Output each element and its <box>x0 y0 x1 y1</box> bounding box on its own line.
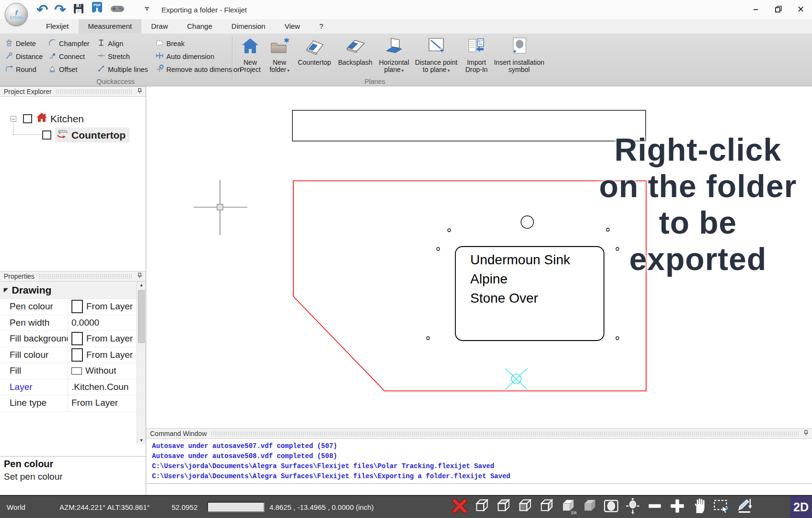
property-row-line-type[interactable]: Line type From Layer <box>0 395 137 412</box>
save-icon[interactable] <box>72 2 85 17</box>
distance-point-to-plane-button[interactable]: Distance point to plane▾ <box>412 36 460 74</box>
countertop-checkbox[interactable] <box>42 130 51 140</box>
horizontal-plane-icon <box>383 37 405 59</box>
properties-scrollbar[interactable]: ▲ ▼ <box>137 282 146 444</box>
tree-item-countertop[interactable]: Countertop <box>42 128 129 142</box>
kitchen-checkbox[interactable] <box>23 114 32 123</box>
toolbar-options-icon[interactable]: ▾ <box>144 7 151 12</box>
view-box-right-icon[interactable] <box>538 497 555 517</box>
view-box-back-icon[interactable] <box>495 497 512 517</box>
import-drop-in-button[interactable]: Import Drop-In <box>460 36 493 73</box>
command-log[interactable]: Autosave under autosave507.vdf completed… <box>146 439 812 482</box>
remove-auto-dimension-button[interactable]: Remove auto dimension <box>154 63 237 76</box>
panel-header-texture <box>38 274 133 279</box>
undo-icon[interactable]: ↶ <box>36 2 48 17</box>
restore-button[interactable] <box>767 0 789 18</box>
redo-icon[interactable]: ↷ <box>54 2 66 17</box>
properties-header: Properties <box>0 271 146 282</box>
tab-draw[interactable]: Draw <box>141 19 177 34</box>
zoom-out-icon[interactable] <box>646 497 664 517</box>
properties-grid: ◤ Drawing Pen colour From Layer Pen widt… <box>0 282 146 444</box>
minimize-button[interactable]: – <box>744 0 767 18</box>
sketch-mode-icon[interactable] <box>735 497 753 517</box>
distance-button[interactable]: Distance <box>4 50 46 63</box>
pin-icon[interactable] <box>137 88 143 95</box>
selection-window-icon[interactable] <box>712 497 731 517</box>
command-log-line: C:\Users\jorda\Documents\Alegra Surfaces… <box>152 471 812 482</box>
drawing-group-header[interactable]: ◤ Drawing <box>0 282 146 299</box>
property-row-fill-background[interactable]: Fill background From Layer <box>0 331 137 347</box>
tree-item-label[interactable]: Kitchen <box>50 113 84 125</box>
gamepad-icon[interactable] <box>110 3 125 16</box>
auto-dimension-button[interactable]: Auto dimension <box>154 50 237 63</box>
app-logo[interactable]: f STONE <box>5 3 28 26</box>
view-box-front-icon[interactable] <box>473 497 490 517</box>
tab-dimension[interactable]: Dimension <box>222 19 275 34</box>
pin-icon[interactable] <box>137 272 143 280</box>
round-button[interactable]: Round <box>4 63 46 76</box>
scroll-down-icon[interactable]: ▼ <box>137 437 146 444</box>
zoom-in-icon[interactable] <box>668 497 686 517</box>
tab-measurement[interactable]: Measurement <box>79 19 142 34</box>
new-project-button[interactable]: New Project <box>236 36 265 73</box>
command-window-header: Command Window <box>146 428 812 439</box>
zoom-window-icon[interactable] <box>603 497 620 517</box>
scrollbar-thumb[interactable] <box>138 290 145 343</box>
collapse-triangle-icon: ◤ <box>4 287 8 293</box>
tab-view[interactable]: View <box>275 19 310 34</box>
round-icon <box>5 64 13 74</box>
offset-button[interactable]: Offset <box>47 63 95 76</box>
window-title: Exporting a folder - Flexijet <box>162 6 247 14</box>
scroll-up-icon[interactable]: ▲ <box>137 282 146 288</box>
faucet-hole[interactable] <box>521 216 534 228</box>
countertop-icon <box>304 37 325 59</box>
view-sw-iso-icon[interactable]: SW <box>559 497 577 517</box>
fill-swatch[interactable] <box>71 367 82 375</box>
solid-box-icon[interactable] <box>581 497 598 517</box>
tree-collapse-icon[interactable]: − <box>11 116 16 122</box>
tree-item-kitchen[interactable]: − Kitchen <box>11 112 84 125</box>
auto-dimension-icon <box>155 51 164 61</box>
tab-help[interactable]: ? <box>310 19 333 34</box>
ribbon-divider <box>232 36 232 81</box>
ribbon: Delete Champfer Align Break Distance Con… <box>0 34 812 86</box>
offset-icon <box>48 64 57 74</box>
insert-installation-symbol-button[interactable]: Insert installation symbol <box>493 36 545 73</box>
countertop-button[interactable]: Countertop <box>294 36 335 66</box>
tab-change[interactable]: Change <box>177 19 222 34</box>
cancel-icon[interactable] <box>451 497 469 517</box>
property-row-layer[interactable]: Layer .Kitchen.Coun <box>0 379 137 396</box>
distance-point-to-plane-icon <box>426 37 447 59</box>
drawing-canvas[interactable]: Undermoun Sink Alpine Stone Over Right-c… <box>146 86 812 428</box>
champfer-button[interactable]: Champfer <box>47 37 95 50</box>
zoom-dynamic-icon[interactable] <box>624 497 641 517</box>
fill-colour-swatch[interactable] <box>71 348 83 362</box>
view-box-left-icon[interactable] <box>516 497 534 517</box>
pin-icon[interactable] <box>803 430 809 437</box>
close-button[interactable]: × <box>789 0 812 18</box>
horizontal-plane-button[interactable]: Horizontal plane▾ <box>376 36 412 74</box>
tree-item-label[interactable]: Countertop <box>71 130 126 141</box>
pen-colour-swatch[interactable] <box>71 300 83 313</box>
backsplash-button[interactable]: Backsplash <box>335 36 376 66</box>
multiple-lines-button[interactable]: Multiple lines <box>96 63 153 76</box>
crosshair-cursor <box>194 180 247 235</box>
status-bar: World AZM:244.221° ALT:350.861° 52.0952 … <box>0 495 812 518</box>
property-row-pen-colour[interactable]: Pen colour From Layer <box>0 299 137 315</box>
property-row-fill[interactable]: Fill Without <box>0 363 137 379</box>
pdf-export-icon[interactable]: PDF <box>91 1 104 18</box>
fill-background-swatch[interactable] <box>71 332 83 345</box>
mode-2d-button[interactable]: 2D <box>790 496 812 518</box>
coordinate-system-label[interactable]: World <box>7 496 25 518</box>
align-button[interactable]: Align <box>96 37 153 50</box>
delete-button[interactable]: Delete <box>4 37 46 50</box>
house-icon <box>36 112 47 125</box>
stretch-button[interactable]: Stretch <box>96 50 153 63</box>
break-button[interactable]: Break <box>154 37 237 50</box>
pan-hand-icon[interactable] <box>691 497 708 517</box>
connect-button[interactable]: Connect <box>47 50 95 63</box>
property-row-fill-colour[interactable]: Fill colour From Layer <box>0 347 137 364</box>
new-folder-button[interactable]: New folder▾ <box>265 36 294 74</box>
property-row-pen-width[interactable]: Pen width 0.0000 <box>0 315 137 331</box>
tab-flexijet[interactable]: Flexijet <box>36 19 79 34</box>
